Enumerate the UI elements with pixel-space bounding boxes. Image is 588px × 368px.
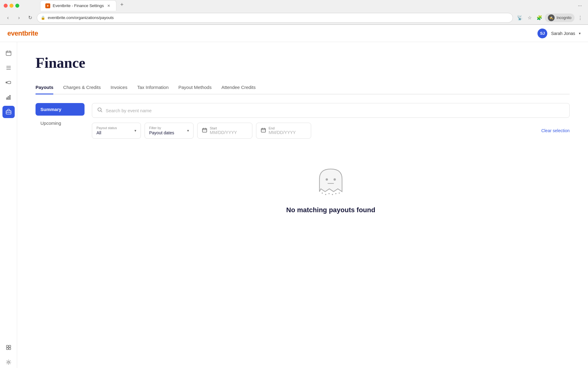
maximize-button[interactable]: [15, 4, 19, 8]
sidebar-item-finance[interactable]: [2, 106, 15, 118]
start-calendar-icon: [202, 127, 207, 134]
payout-status-chevron: ▾: [134, 128, 136, 133]
more-options-button[interactable]: ⋮: [576, 13, 584, 22]
tab-payout-methods[interactable]: Payout Methods: [179, 81, 212, 94]
payout-status-content: Payout status All: [96, 126, 117, 135]
extensions-icon[interactable]: 🧩: [535, 13, 544, 22]
svg-point-17: [8, 361, 9, 363]
svg-rect-20: [202, 128, 207, 132]
new-tab-button[interactable]: +: [118, 0, 126, 9]
payout-status-value: All: [96, 130, 101, 135]
end-calendar-icon: [261, 127, 266, 134]
svg-rect-13: [6, 345, 8, 347]
search-input[interactable]: [106, 108, 564, 113]
start-date-content: Start MM/DD/YYYY: [210, 126, 248, 135]
sidebar-item-list[interactable]: [2, 62, 15, 74]
sidebar-item-settings[interactable]: [2, 356, 15, 368]
ghost-illustration: [312, 162, 349, 199]
search-icon: [97, 107, 103, 114]
incognito-label: Incognito: [556, 16, 571, 20]
traffic-lights: [4, 4, 19, 8]
eventbrite-logo[interactable]: eventbrite: [7, 29, 38, 37]
content-area: Summary Upcoming: [36, 103, 570, 232]
tab-payouts[interactable]: Payouts: [36, 81, 53, 94]
sidebar-item-apps[interactable]: [2, 341, 15, 354]
minimize-button[interactable]: [9, 4, 13, 8]
tab-charges-credits[interactable]: Charges & Credits: [63, 81, 101, 94]
sidebar: ?: [0, 42, 17, 368]
sidebar-item-analytics[interactable]: [2, 91, 15, 103]
forward-button[interactable]: ›: [15, 13, 23, 22]
address-bar[interactable]: 🔒 eventbrite.com/organizations/payouts: [37, 13, 513, 23]
filter-by-value: Payout dates: [149, 130, 174, 135]
cast-icon[interactable]: 📡: [515, 13, 524, 22]
filter-by-content: Filter by Payout dates: [149, 126, 174, 135]
toolbar-actions: 📡 ☆ 🧩 🕵 Incognito ⋮: [515, 13, 584, 22]
start-date-filter[interactable]: Start MM/DD/YYYY: [197, 123, 252, 139]
user-menu-chevron[interactable]: ▾: [579, 31, 581, 36]
tab-attendee-credits[interactable]: Attendee Credits: [221, 81, 256, 94]
tabs: Payouts Charges & Credits Invoices Tax I…: [36, 81, 570, 94]
svg-point-35: [335, 193, 337, 194]
svg-point-31: [322, 193, 323, 194]
filters: Payout status All ▾ Filter by Payout dat…: [92, 123, 570, 139]
back-button[interactable]: ‹: [4, 13, 12, 22]
page-title: Finance: [36, 54, 570, 71]
empty-state: No matching payouts found: [92, 144, 570, 232]
svg-point-34: [332, 194, 333, 195]
payout-status-label: Payout status: [96, 126, 117, 130]
svg-rect-9: [8, 97, 9, 99]
svg-rect-10: [9, 95, 10, 99]
svg-point-33: [329, 193, 330, 194]
svg-rect-8: [6, 98, 7, 99]
filter-by-label: Filter by: [149, 126, 174, 130]
svg-point-36: [339, 193, 340, 194]
browser-chrome: e Eventbrite - Finance Settings ✕ + ⋯ ‹ …: [0, 0, 588, 25]
end-date-content: End MM/DD/YYYY: [269, 126, 307, 135]
empty-state-message: No matching payouts found: [286, 206, 375, 214]
incognito-badge[interactable]: 🕵 Incognito: [545, 13, 575, 22]
nav-summary[interactable]: Summary: [36, 103, 85, 116]
active-tab[interactable]: e Eventbrite - Finance Settings ✕: [40, 0, 116, 11]
lock-icon: 🔒: [41, 16, 45, 20]
clear-selection-button[interactable]: Clear selection: [541, 128, 570, 133]
svg-rect-15: [6, 348, 8, 350]
address-text: eventbrite.com/organizations/payouts: [48, 15, 509, 20]
app-header: eventbrite SJ Sarah Jonas ▾: [0, 25, 588, 42]
svg-rect-24: [261, 128, 266, 132]
svg-point-18: [98, 108, 101, 111]
sidebar-item-calendar[interactable]: [2, 47, 15, 59]
svg-line-19: [101, 111, 102, 112]
svg-rect-16: [9, 348, 11, 350]
end-date-label: End: [269, 126, 307, 130]
start-date-label: Start: [210, 126, 248, 130]
tab-invoices[interactable]: Invoices: [111, 81, 127, 94]
app-container: ? Finance Payouts Charges & Credits Invo…: [0, 42, 588, 368]
nav-upcoming[interactable]: Upcoming: [36, 117, 85, 129]
main-content: Finance Payouts Charges & Credits Invoic…: [17, 42, 588, 368]
browser-titlebar: e Eventbrite - Finance Settings ✕ + ⋯: [0, 0, 588, 11]
filter-by-chevron: ▾: [187, 128, 189, 133]
incognito-avatar: 🕵: [548, 14, 555, 21]
left-nav: Summary Upcoming: [36, 103, 85, 232]
bookmark-icon[interactable]: ☆: [525, 13, 534, 22]
tab-tax-information[interactable]: Tax Information: [137, 81, 169, 94]
end-date-value: MM/DD/YYYY: [269, 130, 296, 135]
user-avatar: SJ: [537, 29, 547, 38]
start-date-value: MM/DD/YYYY: [210, 130, 237, 135]
svg-rect-14: [9, 345, 11, 347]
end-date-filter[interactable]: End MM/DD/YYYY: [256, 123, 311, 139]
tab-close-button[interactable]: ✕: [106, 3, 111, 8]
tab-favicon: e: [45, 3, 50, 8]
close-button[interactable]: [4, 4, 8, 8]
filter-by-dropdown[interactable]: Filter by Payout dates ▾: [145, 123, 194, 139]
header-right: SJ Sarah Jonas ▾: [537, 29, 581, 38]
payout-status-filter[interactable]: Payout status All ▾: [92, 123, 141, 139]
svg-point-28: [326, 178, 328, 181]
svg-point-29: [334, 178, 336, 181]
sidebar-item-marketing[interactable]: [2, 76, 15, 89]
refresh-button[interactable]: ↻: [26, 13, 34, 22]
tab-title: Eventbrite - Finance Settings: [53, 3, 104, 8]
svg-rect-0: [6, 51, 11, 56]
user-name: Sarah Jonas: [551, 31, 575, 36]
